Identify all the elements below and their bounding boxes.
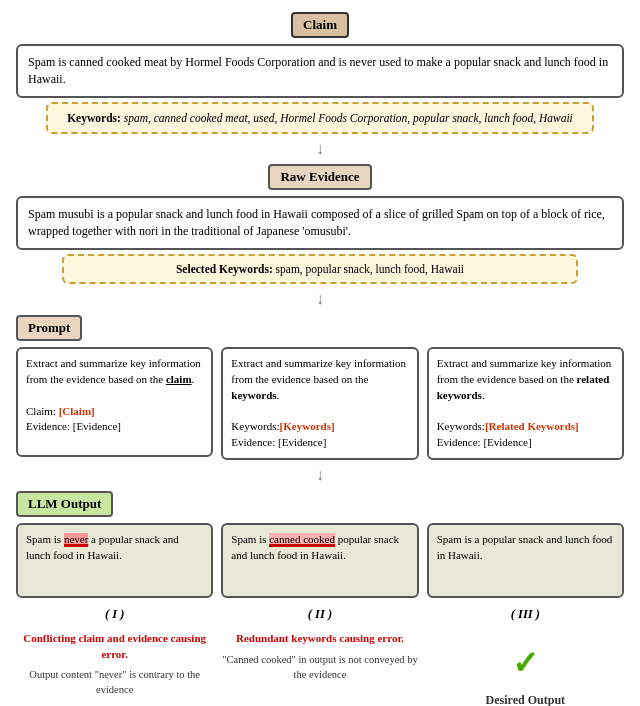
note-text-I: Output content "never" is contrary to th… <box>16 668 213 697</box>
llm-I-highlight: never <box>64 533 88 547</box>
col-label-III: ( III ) <box>427 606 624 624</box>
error-text-II: Redundant keywords causing error. <box>236 631 404 646</box>
llm-label: LLM Output <box>16 491 113 517</box>
col-label-II-cell: ( II ) <box>221 604 418 624</box>
llm-II-highlight: canned cooked <box>269 533 335 547</box>
main-diagram: Claim Spam is canned cooked meat by Horm… <box>16 12 624 706</box>
llm-column-I: Spam is never a popular snack and lunch … <box>16 523 213 598</box>
claim-text-box: Spam is canned cooked meat by Hormel Foo… <box>16 44 624 98</box>
llm-I-pre: Spam is <box>26 533 64 545</box>
evidence-label: Raw Evidence <box>268 164 371 190</box>
error-col-I: Conflicting claim and evidence causing e… <box>16 631 213 697</box>
arrow-2: ↓ <box>316 288 324 310</box>
col-label-I-cell: ( I ) <box>16 604 213 624</box>
prompt-III-evidence-line: Evidence: [Evidence] <box>437 436 532 448</box>
prompt-I-evidence-line: Evidence: [Evidence] <box>26 420 121 432</box>
error-text-I: Conflicting claim and evidence causing e… <box>16 631 213 662</box>
claim-label: Claim <box>291 12 349 38</box>
desired-output: ✓ Desired Output <box>486 631 565 706</box>
llm-columns: Spam is never a popular snack and lunch … <box>16 523 624 598</box>
evidence-text-box: Spam musubi is a popular snack and lunch… <box>16 196 624 250</box>
prompt-II-text1: Extract and summarize key information fr… <box>231 357 406 385</box>
prompt-I-claim-bracket: [Claim] <box>59 405 95 417</box>
error-col-II: Redundant keywords causing error. "Canne… <box>221 631 418 682</box>
selected-keywords-box: Selected Keywords: spam, popular snack, … <box>62 254 579 284</box>
selected-kw-label: Selected Keywords: <box>176 263 273 275</box>
claim-keywords-box: Keywords: spam, canned cooked meat, used… <box>46 102 593 134</box>
claim-keywords-text: spam, canned cooked meat, used, Hormel F… <box>124 112 573 124</box>
error-row: Conflicting claim and evidence causing e… <box>16 631 624 706</box>
evidence-section: Raw Evidence Spam musubi is a popular sn… <box>16 164 624 284</box>
llm-box-II: Spam is canned cooked popular snack and … <box>221 523 418 598</box>
llm-III-text: Spam is a popular snack and lunch food i… <box>437 533 613 561</box>
evidence-text: Spam musubi is a popular snack and lunch… <box>28 207 605 238</box>
column-III: Extract and summarize key information fr… <box>427 347 624 461</box>
prompt-label: Prompt <box>16 315 82 341</box>
llm-column-III: Spam is a popular snack and lunch food i… <box>427 523 624 598</box>
prompt-III-kw-line: Keywords: <box>437 420 485 432</box>
arrow-3: ↓ <box>316 464 324 486</box>
llm-box-III: Spam is a popular snack and lunch food i… <box>427 523 624 598</box>
arrow-1: ↓ <box>316 138 324 160</box>
selected-kw-text: spam, popular snack, lunch food, Hawaii <box>276 263 464 275</box>
desired-label: Desired Output <box>486 692 565 706</box>
prompt-box-III: Extract and summarize key information fr… <box>427 347 624 461</box>
claim-text: Spam is canned cooked meat by Hormel Foo… <box>28 55 608 86</box>
note-text-II: "Canned cooked" in output is not conveye… <box>221 653 418 682</box>
claim-section: Claim Spam is canned cooked meat by Horm… <box>16 12 624 134</box>
llm-box-I: Spam is never a popular snack and lunch … <box>16 523 213 598</box>
prompt-II-kw-line: Keywords: <box>231 420 279 432</box>
col-label-II: ( II ) <box>221 606 418 624</box>
llm-column-II: Spam is canned cooked popular snack and … <box>221 523 418 598</box>
column-I: Extract and summarize key information fr… <box>16 347 213 461</box>
prompt-I-bold: claim <box>166 373 192 385</box>
prompt-II-evidence-line: Evidence: [Evidence] <box>231 436 326 448</box>
prompt-columns: Extract and summarize key information fr… <box>16 347 624 461</box>
prompt-box-I: Extract and summarize key information fr… <box>16 347 213 457</box>
col-labels-row: ( I ) ( II ) ( III ) <box>16 604 624 624</box>
prompt-II-kw-bracket: [Keywords] <box>280 420 335 432</box>
prompt-box-II: Extract and summarize key information fr… <box>221 347 418 461</box>
claim-keywords-label: Keywords: <box>67 112 121 124</box>
column-II: Extract and summarize key information fr… <box>221 347 418 461</box>
desired-col-III: ✓ Desired Output <box>427 631 624 706</box>
llm-II-pre: Spam is <box>231 533 269 545</box>
col-label-III-cell: ( III ) <box>427 604 624 624</box>
col-label-I: ( I ) <box>16 606 213 624</box>
checkmark-icon: ✓ <box>512 641 539 686</box>
prompt-I-claim-line: Claim: <box>26 405 59 417</box>
prompt-III-relkw-bracket: [Related Keywords] <box>485 420 579 432</box>
prompt-II-bold: keywords <box>231 389 276 401</box>
